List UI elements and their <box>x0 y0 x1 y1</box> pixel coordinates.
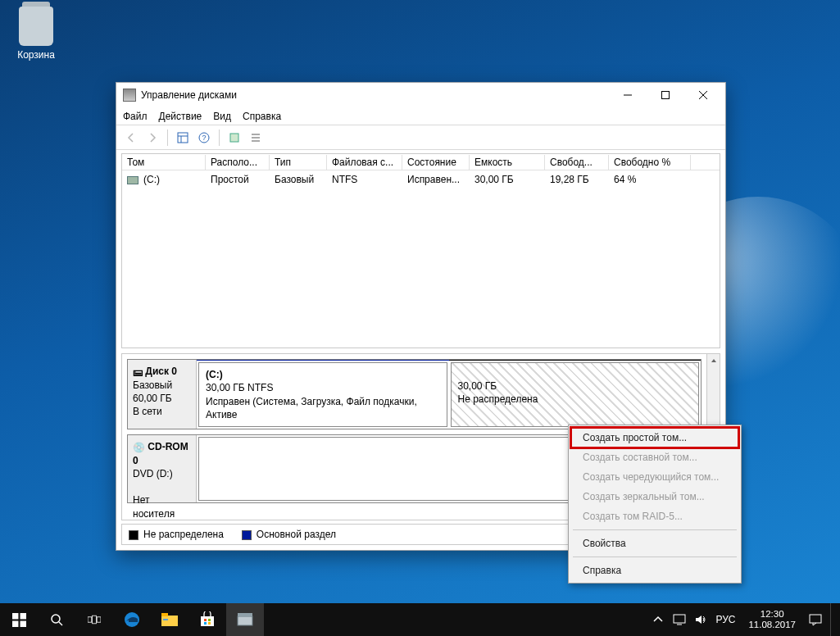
volume-list[interactable]: Том Располо... Тип Файловая с... Состоян… <box>121 153 720 348</box>
menu-file[interactable]: Файл <box>123 111 148 122</box>
svg-rect-28 <box>208 619 211 621</box>
menu-view[interactable]: Вид <box>213 111 231 122</box>
close-button[interactable] <box>684 84 722 107</box>
tray-clock[interactable]: 12:30 11.08.2017 <box>743 609 801 630</box>
tray-vm-icon[interactable] <box>673 613 686 626</box>
taskbar-store[interactable] <box>188 603 226 636</box>
volume-list-header[interactable]: Том Располо... Тип Файловая с... Состоян… <box>122 154 720 170</box>
toolbar-list-button[interactable] <box>246 128 266 148</box>
svg-rect-1 <box>662 92 670 99</box>
vol-name: (C:) <box>143 174 160 185</box>
svg-rect-9 <box>230 134 238 142</box>
col-capacity[interactable]: Емкость <box>470 155 545 170</box>
app-icon <box>123 89 136 102</box>
titlebar[interactable]: Управление дисками <box>116 83 725 107</box>
disk-size: 60,00 ГБ <box>133 393 172 404</box>
toolbar: ? <box>116 125 725 150</box>
vol-fs: NTFS <box>327 172 402 187</box>
ctx-create-striped-volume[interactable]: Создать чередующийся том... <box>571 467 738 487</box>
context-menu: Создать простой том... Создать составной… <box>568 425 742 584</box>
task-view-button[interactable] <box>75 603 113 636</box>
legend-unalloc: Не распределена <box>143 529 224 540</box>
col-status[interactable]: Состояние <box>402 155 470 170</box>
start-button[interactable] <box>0 603 38 636</box>
show-desktop-button[interactable] <box>830 603 835 636</box>
svg-rect-35 <box>810 615 821 623</box>
svg-rect-14 <box>20 613 25 619</box>
disk-state: В сети <box>133 406 162 417</box>
disk-label[interactable]: 🖴 Диск 0 Базовый 60,00 ГБ В сети <box>128 360 197 429</box>
col-fs[interactable]: Файловая с... <box>327 155 402 170</box>
disk-label[interactable]: 💿 CD-ROM 0 DVD (D:) Нет носителя <box>128 435 197 502</box>
svg-rect-16 <box>20 620 25 626</box>
legend-swatch-primary <box>242 530 252 540</box>
vol-layout: Простой <box>206 172 270 187</box>
toolbar-refresh-button[interactable] <box>225 128 244 148</box>
tray-action-center-icon[interactable] <box>809 613 822 626</box>
svg-rect-25 <box>163 619 168 620</box>
toolbar-help-icon[interactable]: ? <box>194 128 214 148</box>
taskbar-edge[interactable] <box>113 603 151 636</box>
taskbar[interactable]: РУС 12:30 11.08.2017 <box>0 603 840 636</box>
col-free-pct[interactable]: Свободно % <box>609 155 691 170</box>
svg-rect-31 <box>238 616 252 625</box>
forward-button[interactable] <box>143 128 162 148</box>
clock-time: 12:30 <box>748 609 796 620</box>
scroll-up-icon[interactable] <box>707 354 720 367</box>
toolbar-view-button[interactable] <box>173 128 193 148</box>
minimize-button[interactable] <box>609 84 647 107</box>
tray-volume-icon[interactable] <box>694 613 707 626</box>
menu-action[interactable]: Действие <box>159 111 202 122</box>
maximize-button[interactable] <box>647 84 684 107</box>
svg-rect-24 <box>161 613 168 616</box>
ctx-create-mirrored-volume[interactable]: Создать зеркальный том... <box>571 487 738 507</box>
ctx-create-raid5-volume[interactable]: Создать том RAID-5... <box>571 507 738 526</box>
vol-free: 19,28 ГБ <box>545 172 609 187</box>
partition-c[interactable]: (C:) 30,00 ГБ NTFS Исправен (Система, За… <box>198 362 447 427</box>
legend-primary: Основной раздел <box>257 529 336 540</box>
svg-rect-19 <box>88 617 92 622</box>
back-button[interactable] <box>121 128 141 148</box>
svg-rect-4 <box>178 133 188 143</box>
volume-row[interactable]: (C:) Простой Базовый NTFS Исправен... 30… <box>122 170 720 189</box>
tray-language[interactable]: РУС <box>715 614 735 625</box>
vol-type: Базовый <box>270 172 327 187</box>
svg-rect-29 <box>204 622 207 625</box>
svg-rect-23 <box>161 616 178 626</box>
svg-rect-27 <box>204 619 207 621</box>
taskbar-disk-management[interactable] <box>226 603 264 636</box>
menu-help[interactable]: Справка <box>243 111 281 122</box>
partition-line1: 30,00 ГБ NTFS <box>206 382 273 393</box>
col-layout[interactable]: Располо... <box>206 155 270 170</box>
partition-title: (C:) <box>206 368 440 381</box>
svg-rect-26 <box>201 616 214 626</box>
partition-line2: Не распределена <box>458 393 538 405</box>
svg-rect-30 <box>208 622 211 625</box>
svg-rect-33 <box>674 615 685 623</box>
svg-rect-21 <box>97 617 101 622</box>
ctx-create-simple-volume[interactable]: Создать простой том... <box>571 428 738 447</box>
disk-type: DVD (D:) <box>133 468 173 479</box>
taskbar-explorer[interactable] <box>151 603 188 636</box>
vol-free-pct: 64 % <box>609 172 691 187</box>
vol-capacity: 30,00 ГБ <box>470 172 545 187</box>
svg-rect-13 <box>12 613 18 619</box>
ctx-properties[interactable]: Свойства <box>571 534 738 553</box>
col-type[interactable]: Тип <box>270 155 327 170</box>
disk-row-disk0: 🖴 Диск 0 Базовый 60,00 ГБ В сети (C:) 30… <box>127 359 702 429</box>
col-volume[interactable]: Том <box>122 155 206 170</box>
tray-chevron-up-icon[interactable] <box>652 613 665 626</box>
search-button[interactable] <box>38 603 75 636</box>
svg-rect-32 <box>238 613 252 616</box>
svg-text:?: ? <box>202 134 206 142</box>
svg-point-17 <box>52 615 60 623</box>
ctx-create-spanned-volume[interactable]: Создать составной том... <box>571 447 738 467</box>
desktop-icon-recycle-bin[interactable]: Корзина <box>10 7 62 61</box>
clock-date: 11.08.2017 <box>748 620 796 630</box>
partition-unallocated[interactable]: 30,00 ГБ Не распределена <box>451 362 700 427</box>
col-free[interactable]: Свобод... <box>545 155 609 170</box>
disk-type: Базовый <box>133 379 172 391</box>
recycle-bin-icon <box>19 7 53 46</box>
ctx-help[interactable]: Справка <box>571 561 738 580</box>
window-title: Управление дисками <box>141 89 237 101</box>
